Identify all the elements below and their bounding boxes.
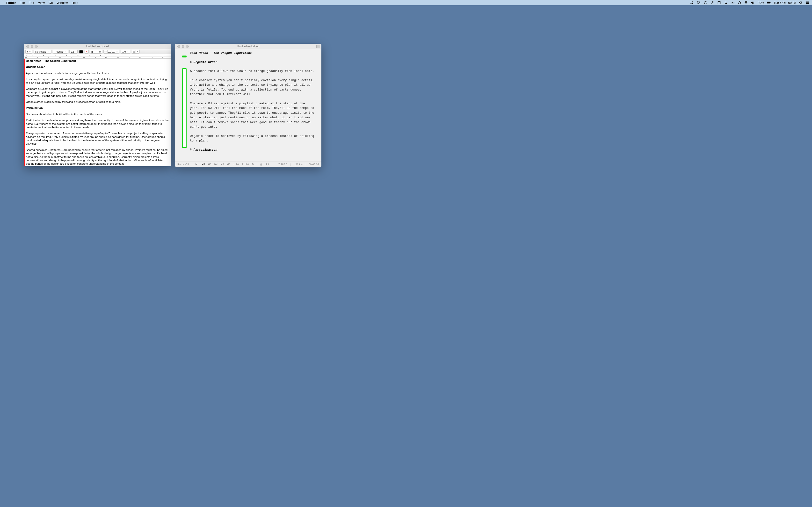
word-count: 1,213 W bbox=[293, 163, 303, 166]
align-left-button[interactable] bbox=[103, 50, 108, 54]
md-h2: ## Organic Order bbox=[190, 60, 315, 65]
h1-button[interactable]: H1 bbox=[195, 163, 199, 166]
svg-rect-9 bbox=[770, 2, 770, 3]
ulist-button[interactable]: - List bbox=[233, 163, 239, 166]
font-weight-select[interactable]: Regular⌃ bbox=[53, 50, 68, 54]
battery-icon[interactable] bbox=[767, 1, 771, 5]
textedit-ruler[interactable]: ▸▸▸ ▸▸▸ ▸▸ 0 2 4 6 8 10 12 14 16 18 20 2… bbox=[24, 54, 171, 59]
doc-paragraph: Shared principles – patterns – are neede… bbox=[26, 148, 169, 166]
markdown-status-bar: Focus Off | H1 H2 H3 H4 H5 H6 - List 1. … bbox=[175, 162, 321, 167]
doc-paragraph: Compare a DJ set against a playlist crea… bbox=[26, 87, 169, 98]
mdwin-titlebar[interactable]: Untitled — Edited bbox=[175, 44, 321, 49]
svg-point-13 bbox=[133, 52, 133, 53]
volume-icon[interactable] bbox=[751, 1, 755, 5]
align-justify-button[interactable] bbox=[115, 50, 119, 54]
zoom-icon[interactable] bbox=[35, 45, 38, 48]
minimize-icon[interactable] bbox=[182, 45, 185, 48]
close-icon[interactable] bbox=[177, 45, 180, 48]
dropbox-icon[interactable] bbox=[690, 1, 694, 5]
textedit-titlebar[interactable]: Untitled — Edited bbox=[24, 44, 171, 49]
menu-help[interactable]: Help bbox=[72, 1, 78, 5]
doc-heading-1: Book Notes – The Oregon Experiment bbox=[26, 59, 169, 62]
h5-button[interactable]: H5 bbox=[221, 163, 224, 166]
svg-point-3 bbox=[731, 2, 732, 4]
svg-point-4 bbox=[733, 2, 734, 4]
wifi-icon[interactable] bbox=[744, 1, 748, 5]
line-spacing-select[interactable]: 1.0⌃ bbox=[120, 50, 130, 54]
svg-rect-8 bbox=[767, 2, 770, 3]
h3-button[interactable]: H3 bbox=[208, 163, 211, 166]
svg-point-10 bbox=[800, 1, 802, 3]
menu-list-icon[interactable] bbox=[806, 1, 810, 5]
md-paragraph: A process that allows the whole to emerg… bbox=[190, 69, 315, 74]
elapsed-time: 00:06:03 bbox=[309, 163, 319, 166]
h4-button[interactable]: H4 bbox=[214, 163, 218, 166]
focus-toggle[interactable]: Focus Off bbox=[177, 163, 189, 166]
markdown-editor-window: Untitled — Edited # Book Notes – The Ore… bbox=[175, 44, 321, 167]
menu-go[interactable]: Go bbox=[49, 1, 53, 5]
underline-button[interactable]: U bbox=[98, 50, 102, 54]
md-h2: ## Participation bbox=[190, 148, 315, 153]
svg-point-6 bbox=[746, 4, 746, 4]
textedit-window: Untitled — Edited ¶▾ Helvetica⌃ Regular⌃… bbox=[24, 44, 171, 166]
text-color-button[interactable] bbox=[79, 50, 83, 54]
bold-button[interactable]: B bbox=[252, 163, 254, 166]
olist-button[interactable]: 1. List bbox=[242, 163, 249, 166]
document-proxy-icon[interactable] bbox=[316, 45, 319, 48]
align-center-button[interactable] bbox=[107, 50, 111, 54]
link-button[interactable]: Link bbox=[265, 163, 269, 166]
svg-point-11 bbox=[133, 51, 133, 51]
clear-style-button[interactable]: ✕ bbox=[85, 50, 89, 54]
font-family-select[interactable]: Helvetica⌃ bbox=[34, 50, 51, 54]
align-right-button[interactable] bbox=[111, 50, 115, 54]
mdwin-title: Untitled — Edited bbox=[175, 45, 321, 48]
svg-rect-2 bbox=[718, 1, 720, 4]
style-menu[interactable]: ¶▾ bbox=[26, 50, 32, 54]
italic-button[interactable]: I bbox=[94, 50, 98, 54]
textedit-toolbar: ¶▾ Helvetica⌃ Regular⌃ 12⌃ ✕ B I U 1.0⌃ … bbox=[24, 49, 171, 54]
doc-subheading-participation: Participation bbox=[26, 106, 169, 110]
list-segment: ▾ bbox=[132, 50, 140, 54]
fold-marker-icon[interactable] bbox=[182, 56, 187, 57]
svg-point-1 bbox=[698, 2, 699, 3]
doc-paragraph: Organic order is achieved by following a… bbox=[26, 100, 169, 104]
battery-percent: 90% bbox=[758, 1, 764, 5]
crescent-icon[interactable]: C bbox=[724, 1, 728, 5]
menu-window[interactable]: Window bbox=[57, 1, 68, 5]
italic-button[interactable]: I bbox=[257, 163, 257, 166]
close-icon[interactable] bbox=[27, 45, 29, 48]
list-menu-button[interactable]: ▾ bbox=[136, 50, 140, 54]
md-paragraph: Compare a DJ set against a playlist crea… bbox=[190, 101, 315, 130]
menu-edit[interactable]: Edit bbox=[29, 1, 34, 5]
binoculars-icon[interactable] bbox=[730, 1, 734, 5]
zoom-icon[interactable] bbox=[186, 45, 189, 48]
section-button[interactable]: § bbox=[260, 163, 262, 166]
svg-rect-0 bbox=[698, 1, 700, 4]
markdown-text-area[interactable]: # Book Notes – The Oregon Experiment ## … bbox=[175, 49, 321, 162]
h2-button[interactable]: H2 bbox=[202, 163, 205, 166]
textedit-title: Untitled — Edited bbox=[24, 45, 171, 48]
tool-icon[interactable] bbox=[710, 1, 714, 5]
menubar-clock[interactable]: Tue 6 Oct 09:38 bbox=[773, 1, 796, 5]
square-icon[interactable] bbox=[717, 1, 721, 5]
menubar-app-name[interactable]: Finder bbox=[6, 1, 16, 5]
doc-paragraph: In a complex system you can't possibly e… bbox=[26, 77, 169, 84]
md-paragraph: In a complex system you can't possibly e… bbox=[190, 78, 315, 97]
h6-button[interactable]: H6 bbox=[227, 163, 230, 166]
circle-icon[interactable] bbox=[737, 1, 741, 5]
biu-segment: B I U bbox=[90, 50, 102, 54]
alignment-segment bbox=[103, 50, 119, 54]
minimize-icon[interactable] bbox=[31, 45, 33, 48]
onedrive-icon[interactable] bbox=[697, 1, 701, 5]
doc-paragraph: Decisions about what to build will be in… bbox=[26, 113, 169, 116]
selection-highlight bbox=[182, 68, 187, 148]
menu-view[interactable]: View bbox=[38, 1, 45, 5]
sync-icon[interactable] bbox=[704, 1, 707, 5]
list-button[interactable] bbox=[132, 50, 136, 54]
spotlight-icon[interactable] bbox=[799, 1, 803, 5]
textedit-body[interactable]: Book Notes – The Oregon Experiment Organ… bbox=[24, 59, 171, 166]
bold-button[interactable]: B bbox=[90, 50, 94, 54]
menu-file[interactable]: File bbox=[20, 1, 25, 5]
font-size-select[interactable]: 12⌃ bbox=[69, 50, 78, 54]
doc-paragraph: The group setup is important. A core, re… bbox=[26, 131, 169, 146]
